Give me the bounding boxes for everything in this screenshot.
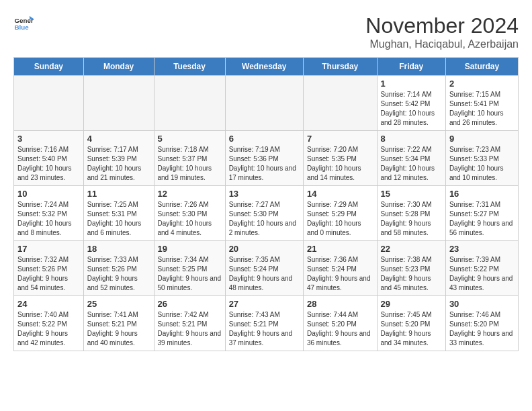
day-number: 7	[307, 134, 373, 144]
day-number: 14	[307, 189, 373, 199]
calendar-cell: 25Sunrise: 7:41 AM Sunset: 5:21 PM Dayli…	[83, 296, 154, 351]
calendar-cell: 23Sunrise: 7:39 AM Sunset: 5:22 PM Dayli…	[445, 241, 518, 296]
calendar-cell: 3Sunrise: 7:16 AM Sunset: 5:40 PM Daylig…	[14, 131, 84, 186]
day-number: 16	[449, 189, 515, 199]
weekday-header-row: SundayMondayTuesdayWednesdayThursdayFrid…	[14, 58, 519, 76]
calendar-cell: 8Sunrise: 7:22 AM Sunset: 5:34 PM Daylig…	[377, 131, 445, 186]
day-info: Sunrise: 7:38 AM Sunset: 5:23 PM Dayligh…	[381, 255, 442, 293]
calendar-cell: 19Sunrise: 7:34 AM Sunset: 5:25 PM Dayli…	[154, 241, 225, 296]
weekday-header-friday: Friday	[377, 58, 445, 76]
calendar-cell: 27Sunrise: 7:43 AM Sunset: 5:21 PM Dayli…	[225, 296, 303, 351]
week-row-3: 10Sunrise: 7:24 AM Sunset: 5:32 PM Dayli…	[14, 186, 519, 241]
day-info: Sunrise: 7:18 AM Sunset: 5:37 PM Dayligh…	[158, 145, 222, 183]
calendar-cell: 16Sunrise: 7:31 AM Sunset: 5:27 PM Dayli…	[445, 186, 518, 241]
day-number: 1	[381, 79, 442, 89]
page-header: General Blue November 2024 Mughan, Haciq…	[13, 13, 519, 50]
day-info: Sunrise: 7:35 AM Sunset: 5:24 PM Dayligh…	[229, 255, 300, 293]
logo-icon: General Blue	[13, 13, 34, 34]
day-info: Sunrise: 7:25 AM Sunset: 5:31 PM Dayligh…	[87, 200, 150, 238]
day-number: 12	[158, 189, 222, 199]
day-number: 23	[449, 244, 515, 254]
day-number: 20	[229, 244, 300, 254]
calendar-cell	[225, 76, 303, 131]
day-info: Sunrise: 7:16 AM Sunset: 5:40 PM Dayligh…	[17, 145, 80, 183]
calendar-cell: 1Sunrise: 7:14 AM Sunset: 5:42 PM Daylig…	[377, 76, 445, 131]
day-number: 10	[17, 189, 80, 199]
calendar-cell: 21Sunrise: 7:36 AM Sunset: 5:24 PM Dayli…	[303, 241, 377, 296]
calendar-table: SundayMondayTuesdayWednesdayThursdayFrid…	[13, 57, 519, 351]
day-info: Sunrise: 7:17 AM Sunset: 5:39 PM Dayligh…	[87, 145, 150, 183]
day-number: 5	[158, 134, 222, 144]
weekday-header-sunday: Sunday	[14, 58, 84, 76]
day-number: 11	[87, 189, 150, 199]
day-number: 19	[158, 244, 222, 254]
calendar-cell	[303, 76, 377, 131]
calendar-cell: 6Sunrise: 7:19 AM Sunset: 5:36 PM Daylig…	[225, 131, 303, 186]
calendar-cell: 24Sunrise: 7:40 AM Sunset: 5:22 PM Dayli…	[14, 296, 84, 351]
day-number: 26	[158, 299, 222, 309]
calendar-cell: 22Sunrise: 7:38 AM Sunset: 5:23 PM Dayli…	[377, 241, 445, 296]
day-number: 2	[449, 79, 515, 89]
calendar-cell: 11Sunrise: 7:25 AM Sunset: 5:31 PM Dayli…	[83, 186, 154, 241]
day-number: 22	[381, 244, 442, 254]
calendar-cell: 2Sunrise: 7:15 AM Sunset: 5:41 PM Daylig…	[445, 76, 518, 131]
weekday-header-monday: Monday	[83, 58, 154, 76]
calendar-cell: 9Sunrise: 7:23 AM Sunset: 5:33 PM Daylig…	[445, 131, 518, 186]
calendar-cell: 20Sunrise: 7:35 AM Sunset: 5:24 PM Dayli…	[225, 241, 303, 296]
day-number: 30	[449, 299, 515, 309]
calendar-cell: 15Sunrise: 7:30 AM Sunset: 5:28 PM Dayli…	[377, 186, 445, 241]
day-info: Sunrise: 7:40 AM Sunset: 5:22 PM Dayligh…	[17, 310, 80, 348]
calendar-cell: 7Sunrise: 7:20 AM Sunset: 5:35 PM Daylig…	[303, 131, 377, 186]
day-number: 21	[307, 244, 373, 254]
day-number: 24	[17, 299, 80, 309]
day-info: Sunrise: 7:19 AM Sunset: 5:36 PM Dayligh…	[229, 145, 300, 183]
calendar-cell: 30Sunrise: 7:46 AM Sunset: 5:20 PM Dayli…	[445, 296, 518, 351]
day-info: Sunrise: 7:44 AM Sunset: 5:20 PM Dayligh…	[307, 310, 373, 348]
day-info: Sunrise: 7:36 AM Sunset: 5:24 PM Dayligh…	[307, 255, 373, 293]
day-number: 6	[229, 134, 300, 144]
day-info: Sunrise: 7:33 AM Sunset: 5:26 PM Dayligh…	[87, 255, 150, 293]
day-number: 9	[449, 134, 515, 144]
day-number: 27	[229, 299, 300, 309]
day-number: 3	[17, 134, 80, 144]
day-number: 29	[381, 299, 442, 309]
day-info: Sunrise: 7:22 AM Sunset: 5:34 PM Dayligh…	[381, 145, 442, 183]
day-info: Sunrise: 7:20 AM Sunset: 5:35 PM Dayligh…	[307, 145, 373, 183]
calendar-cell	[14, 76, 84, 131]
day-info: Sunrise: 7:23 AM Sunset: 5:33 PM Dayligh…	[449, 145, 515, 183]
day-number: 17	[17, 244, 80, 254]
day-info: Sunrise: 7:34 AM Sunset: 5:25 PM Dayligh…	[158, 255, 222, 293]
calendar-cell: 5Sunrise: 7:18 AM Sunset: 5:37 PM Daylig…	[154, 131, 225, 186]
day-info: Sunrise: 7:41 AM Sunset: 5:21 PM Dayligh…	[87, 310, 150, 348]
day-info: Sunrise: 7:24 AM Sunset: 5:32 PM Dayligh…	[17, 200, 80, 238]
month-title: November 2024	[365, 13, 519, 38]
day-info: Sunrise: 7:29 AM Sunset: 5:29 PM Dayligh…	[307, 200, 373, 238]
day-info: Sunrise: 7:27 AM Sunset: 5:30 PM Dayligh…	[229, 200, 300, 238]
day-info: Sunrise: 7:43 AM Sunset: 5:21 PM Dayligh…	[229, 310, 300, 348]
day-info: Sunrise: 7:30 AM Sunset: 5:28 PM Dayligh…	[381, 200, 442, 238]
location-subtitle: Mughan, Haciqabul, Azerbaijan	[365, 38, 519, 50]
weekday-header-saturday: Saturday	[445, 58, 518, 76]
day-info: Sunrise: 7:42 AM Sunset: 5:21 PM Dayligh…	[158, 310, 222, 348]
calendar-cell	[154, 76, 225, 131]
calendar-cell: 26Sunrise: 7:42 AM Sunset: 5:21 PM Dayli…	[154, 296, 225, 351]
day-number: 4	[87, 134, 150, 144]
calendar-cell: 13Sunrise: 7:27 AM Sunset: 5:30 PM Dayli…	[225, 186, 303, 241]
week-row-1: 1Sunrise: 7:14 AM Sunset: 5:42 PM Daylig…	[14, 76, 519, 131]
calendar-cell: 29Sunrise: 7:45 AM Sunset: 5:20 PM Dayli…	[377, 296, 445, 351]
day-number: 8	[381, 134, 442, 144]
day-number: 18	[87, 244, 150, 254]
week-row-4: 17Sunrise: 7:32 AM Sunset: 5:26 PM Dayli…	[14, 241, 519, 296]
title-section: November 2024 Mughan, Haciqabul, Azerbai…	[365, 13, 519, 50]
day-number: 28	[307, 299, 373, 309]
calendar-cell: 10Sunrise: 7:24 AM Sunset: 5:32 PM Dayli…	[14, 186, 84, 241]
weekday-header-thursday: Thursday	[303, 58, 377, 76]
day-info: Sunrise: 7:46 AM Sunset: 5:20 PM Dayligh…	[449, 310, 515, 348]
calendar-cell: 18Sunrise: 7:33 AM Sunset: 5:26 PM Dayli…	[83, 241, 154, 296]
day-info: Sunrise: 7:26 AM Sunset: 5:30 PM Dayligh…	[158, 200, 222, 238]
calendar-cell: 4Sunrise: 7:17 AM Sunset: 5:39 PM Daylig…	[83, 131, 154, 186]
day-number: 13	[229, 189, 300, 199]
calendar-cell: 14Sunrise: 7:29 AM Sunset: 5:29 PM Dayli…	[303, 186, 377, 241]
calendar-cell: 12Sunrise: 7:26 AM Sunset: 5:30 PM Dayli…	[154, 186, 225, 241]
calendar-cell: 17Sunrise: 7:32 AM Sunset: 5:26 PM Dayli…	[14, 241, 84, 296]
